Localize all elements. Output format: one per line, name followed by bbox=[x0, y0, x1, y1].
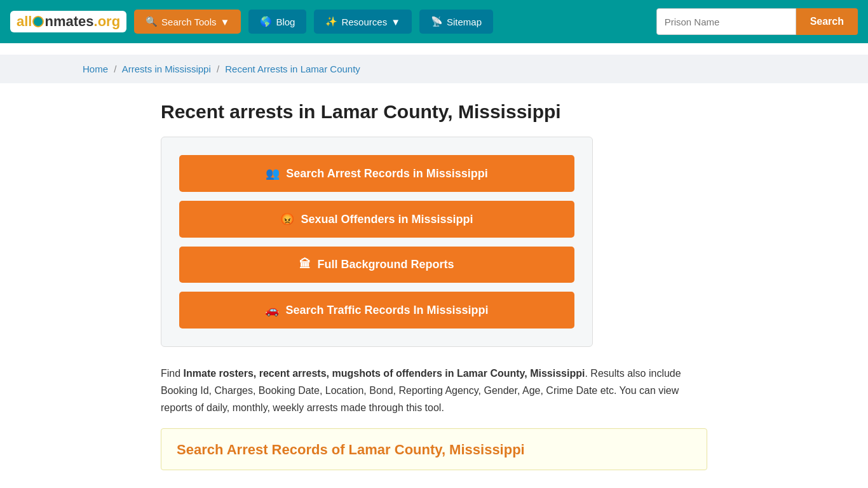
resources-icon: ✨ bbox=[325, 16, 337, 27]
prison-name-input[interactable] bbox=[656, 8, 796, 35]
sitemap-button[interactable]: 📡 Sitemap bbox=[419, 10, 493, 34]
description-text: Find Inmate rosters, recent arrests, mug… bbox=[161, 365, 707, 417]
section-box-title: Search Arrest Records of Lamar County, M… bbox=[177, 442, 691, 458]
blog-icon: 🌎 bbox=[260, 16, 272, 27]
breadcrumb-current: Recent Arrests in Lamar County bbox=[225, 64, 360, 74]
logo-org: org bbox=[98, 13, 120, 30]
building-icon: 🏛 bbox=[299, 258, 311, 271]
search-traffic-records-button[interactable]: 🚗 Search Traffic Records In Mississippi bbox=[179, 292, 574, 329]
resources-button[interactable]: ✨ Resources ▼ bbox=[314, 10, 412, 34]
action-card: 👥 Search Arrest Records in Mississippi 😡… bbox=[161, 137, 593, 347]
breadcrumb-sep-1: / bbox=[114, 64, 116, 74]
chevron-down-icon: ▼ bbox=[220, 17, 230, 27]
search-tools-icon: 🔍 bbox=[146, 16, 158, 27]
breadcrumb-sep-2: / bbox=[217, 64, 219, 74]
prison-search-button[interactable]: Search bbox=[796, 8, 858, 35]
sitemap-icon: 📡 bbox=[431, 16, 443, 27]
prison-search-box: Search bbox=[656, 8, 858, 35]
breadcrumb-arrests[interactable]: Arrests in Mississippi bbox=[122, 64, 211, 74]
logo-inmates: nmates bbox=[44, 13, 93, 30]
breadcrumb: Home / Arrests in Mississippi / Recent A… bbox=[83, 64, 785, 74]
navbar: allnmates.org 🔍 Search Tools ▼ 🌎 Blog ✨ … bbox=[0, 0, 868, 43]
logo[interactable]: allnmates.org bbox=[10, 11, 126, 32]
logo-all: all bbox=[17, 13, 32, 30]
page-title: Recent arrests in Lamar County, Mississi… bbox=[161, 101, 707, 123]
breadcrumb-home[interactable]: Home bbox=[83, 64, 108, 74]
logo-eye-icon bbox=[32, 16, 44, 27]
search-tools-button[interactable]: 🔍 Search Tools ▼ bbox=[134, 10, 241, 34]
full-background-reports-button[interactable]: 🏛 Full Background Reports bbox=[179, 247, 574, 283]
sexual-offenders-button[interactable]: 😡 Sexual Offenders in Mississippi bbox=[179, 201, 574, 238]
people-icon: 👥 bbox=[266, 166, 280, 180]
breadcrumb-bar: Home / Arrests in Mississippi / Recent A… bbox=[0, 55, 868, 83]
search-arrest-records-button[interactable]: 👥 Search Arrest Records in Mississippi bbox=[179, 155, 574, 192]
blog-button[interactable]: 🌎 Blog bbox=[248, 10, 306, 34]
angry-face-icon: 😡 bbox=[280, 212, 294, 226]
main-content: Recent arrests in Lamar County, Mississi… bbox=[148, 83, 720, 488]
chevron-down-icon-resources: ▼ bbox=[391, 17, 400, 27]
section-box: Search Arrest Records of Lamar County, M… bbox=[161, 428, 707, 470]
car-icon: 🚗 bbox=[265, 303, 279, 317]
